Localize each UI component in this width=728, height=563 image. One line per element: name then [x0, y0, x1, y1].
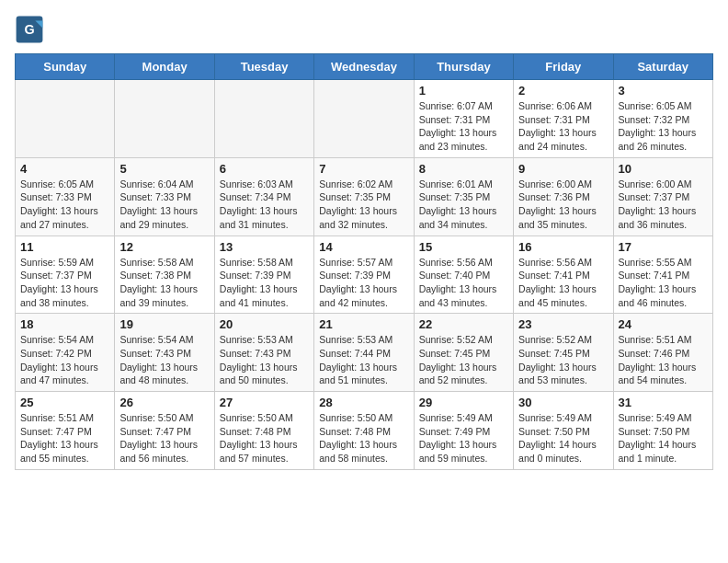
day-number: 11: [20, 240, 109, 254]
calendar-cell: 14Sunrise: 5:57 AMSunset: 7:39 PMDayligh…: [314, 236, 414, 314]
calendar-cell: 19Sunrise: 5:54 AMSunset: 7:43 PMDayligh…: [115, 314, 214, 392]
day-info: Sunrise: 6:03 AMSunset: 7:34 PMDaylight:…: [220, 178, 309, 232]
calendar-table: SundayMondayTuesdayWednesdayThursdayFrid…: [15, 53, 713, 470]
day-info: Sunrise: 5:51 AMSunset: 7:47 PMDaylight:…: [20, 411, 109, 465]
calendar-cell: 20Sunrise: 5:53 AMSunset: 7:43 PMDayligh…: [214, 314, 313, 392]
calendar-cell: 7Sunrise: 6:02 AMSunset: 7:35 PMDaylight…: [314, 157, 414, 236]
day-info: Sunrise: 5:56 AMSunset: 7:41 PMDaylight:…: [518, 256, 608, 310]
day-info: Sunrise: 5:56 AMSunset: 7:40 PMDaylight:…: [419, 256, 508, 310]
day-info: Sunrise: 6:07 AMSunset: 7:31 PMDaylight:…: [419, 99, 508, 154]
day-number: 4: [20, 162, 109, 176]
calendar-cell: 28Sunrise: 5:50 AMSunset: 7:48 PMDayligh…: [314, 392, 414, 470]
calendar-cell: 6Sunrise: 6:03 AMSunset: 7:34 PMDaylight…: [214, 157, 313, 236]
day-info: Sunrise: 6:04 AMSunset: 7:33 PMDaylight:…: [119, 178, 209, 232]
calendar-cell: 16Sunrise: 5:56 AMSunset: 7:41 PMDayligh…: [514, 236, 613, 314]
day-info: Sunrise: 5:49 AMSunset: 7:49 PMDaylight:…: [419, 411, 508, 465]
day-number: 12: [119, 240, 209, 254]
day-number: 21: [319, 317, 408, 331]
day-info: Sunrise: 5:59 AMSunset: 7:37 PMDaylight:…: [20, 256, 109, 310]
day-info: Sunrise: 5:50 AMSunset: 7:48 PMDaylight:…: [319, 411, 408, 465]
day-info: Sunrise: 5:51 AMSunset: 7:46 PMDaylight:…: [619, 333, 708, 387]
day-info: Sunrise: 5:58 AMSunset: 7:39 PMDaylight:…: [220, 256, 309, 310]
day-number: 15: [419, 240, 508, 254]
day-number: 19: [119, 317, 209, 331]
calendar-cell: 21Sunrise: 5:53 AMSunset: 7:44 PMDayligh…: [314, 314, 414, 392]
day-number: 23: [518, 317, 608, 331]
day-number: 8: [419, 162, 508, 176]
calendar-cell: 5Sunrise: 6:04 AMSunset: 7:33 PMDaylight…: [115, 157, 214, 236]
calendar-cell: 26Sunrise: 5:50 AMSunset: 7:47 PMDayligh…: [115, 392, 214, 470]
day-info: Sunrise: 5:52 AMSunset: 7:45 PMDaylight:…: [518, 333, 608, 387]
day-number: 6: [220, 162, 309, 176]
day-number: 3: [619, 84, 708, 98]
calendar-cell: 29Sunrise: 5:49 AMSunset: 7:49 PMDayligh…: [414, 392, 513, 470]
day-info: Sunrise: 6:01 AMSunset: 7:35 PMDaylight:…: [419, 178, 508, 232]
calendar-cell: 8Sunrise: 6:01 AMSunset: 7:35 PMDaylight…: [414, 157, 513, 236]
calendar-cell: 9Sunrise: 6:00 AMSunset: 7:36 PMDaylight…: [514, 157, 613, 236]
weekday-header: Wednesday: [314, 54, 414, 80]
day-info: Sunrise: 5:55 AMSunset: 7:41 PMDaylight:…: [619, 256, 708, 310]
day-info: Sunrise: 5:50 AMSunset: 7:47 PMDaylight:…: [119, 411, 209, 465]
calendar-cell: 24Sunrise: 5:51 AMSunset: 7:46 PMDayligh…: [613, 314, 712, 392]
calendar-cell: 18Sunrise: 5:54 AMSunset: 7:42 PMDayligh…: [16, 314, 115, 392]
calendar-cell: 10Sunrise: 6:00 AMSunset: 7:37 PMDayligh…: [613, 157, 712, 236]
day-number: 18: [20, 317, 109, 331]
calendar-cell: 17Sunrise: 5:55 AMSunset: 7:41 PMDayligh…: [613, 236, 712, 314]
calendar-cell: [214, 80, 313, 158]
calendar-cell: [16, 80, 115, 158]
day-number: 5: [119, 162, 209, 176]
calendar-cell: [115, 80, 214, 158]
calendar-cell: 27Sunrise: 5:50 AMSunset: 7:48 PMDayligh…: [214, 392, 313, 470]
day-info: Sunrise: 6:02 AMSunset: 7:35 PMDaylight:…: [319, 178, 408, 232]
calendar-header: SundayMondayTuesdayWednesdayThursdayFrid…: [16, 54, 713, 80]
calendar-cell: 23Sunrise: 5:52 AMSunset: 7:45 PMDayligh…: [514, 314, 613, 392]
weekday-header: Saturday: [613, 54, 712, 80]
day-info: Sunrise: 6:06 AMSunset: 7:31 PMDaylight:…: [518, 99, 608, 154]
day-number: 13: [220, 240, 309, 254]
calendar-cell: 13Sunrise: 5:58 AMSunset: 7:39 PMDayligh…: [214, 236, 313, 314]
calendar-cell: 4Sunrise: 6:05 AMSunset: 7:33 PMDaylight…: [16, 157, 115, 236]
calendar-cell: [314, 80, 414, 158]
day-number: 9: [518, 162, 608, 176]
calendar-cell: 11Sunrise: 5:59 AMSunset: 7:37 PMDayligh…: [16, 236, 115, 314]
day-info: Sunrise: 6:05 AMSunset: 7:33 PMDaylight:…: [20, 178, 109, 232]
weekday-header: Tuesday: [214, 54, 313, 80]
calendar-cell: 31Sunrise: 5:49 AMSunset: 7:50 PMDayligh…: [613, 392, 712, 470]
svg-text:G: G: [24, 22, 34, 37]
day-info: Sunrise: 5:49 AMSunset: 7:50 PMDaylight:…: [619, 411, 708, 465]
day-number: 29: [419, 396, 508, 409]
day-number: 16: [518, 240, 608, 254]
logo: G: [15, 15, 48, 44]
day-info: Sunrise: 5:50 AMSunset: 7:48 PMDaylight:…: [220, 411, 309, 465]
day-number: 20: [220, 317, 309, 331]
day-info: Sunrise: 5:52 AMSunset: 7:45 PMDaylight:…: [419, 333, 508, 387]
weekday-header: Thursday: [414, 54, 513, 80]
weekday-header: Sunday: [16, 54, 115, 80]
logo-icon: G: [15, 15, 44, 44]
day-number: 14: [319, 240, 408, 254]
day-number: 24: [619, 317, 708, 331]
day-number: 17: [619, 240, 708, 254]
day-number: 10: [619, 162, 708, 176]
day-info: Sunrise: 5:54 AMSunset: 7:43 PMDaylight:…: [119, 333, 209, 387]
day-number: 30: [518, 396, 608, 409]
day-number: 27: [220, 396, 309, 409]
day-number: 2: [518, 84, 608, 98]
page-header: G: [15, 15, 713, 44]
day-number: 31: [619, 396, 708, 409]
day-info: Sunrise: 6:00 AMSunset: 7:36 PMDaylight:…: [518, 178, 608, 232]
calendar-cell: 2Sunrise: 6:06 AMSunset: 7:31 PMDaylight…: [514, 80, 613, 158]
calendar-cell: 12Sunrise: 5:58 AMSunset: 7:38 PMDayligh…: [115, 236, 214, 314]
calendar-cell: 1Sunrise: 6:07 AMSunset: 7:31 PMDaylight…: [414, 80, 513, 158]
calendar-cell: 25Sunrise: 5:51 AMSunset: 7:47 PMDayligh…: [16, 392, 115, 470]
weekday-header: Friday: [514, 54, 613, 80]
day-info: Sunrise: 5:57 AMSunset: 7:39 PMDaylight:…: [319, 256, 408, 310]
day-info: Sunrise: 6:00 AMSunset: 7:37 PMDaylight:…: [619, 178, 708, 232]
day-info: Sunrise: 5:53 AMSunset: 7:44 PMDaylight:…: [319, 333, 408, 387]
day-info: Sunrise: 5:54 AMSunset: 7:42 PMDaylight:…: [20, 333, 109, 387]
day-number: 28: [319, 396, 408, 409]
day-number: 25: [20, 396, 109, 409]
day-number: 26: [119, 396, 209, 409]
day-info: Sunrise: 5:53 AMSunset: 7:43 PMDaylight:…: [220, 333, 309, 387]
day-info: Sunrise: 5:58 AMSunset: 7:38 PMDaylight:…: [119, 256, 209, 310]
